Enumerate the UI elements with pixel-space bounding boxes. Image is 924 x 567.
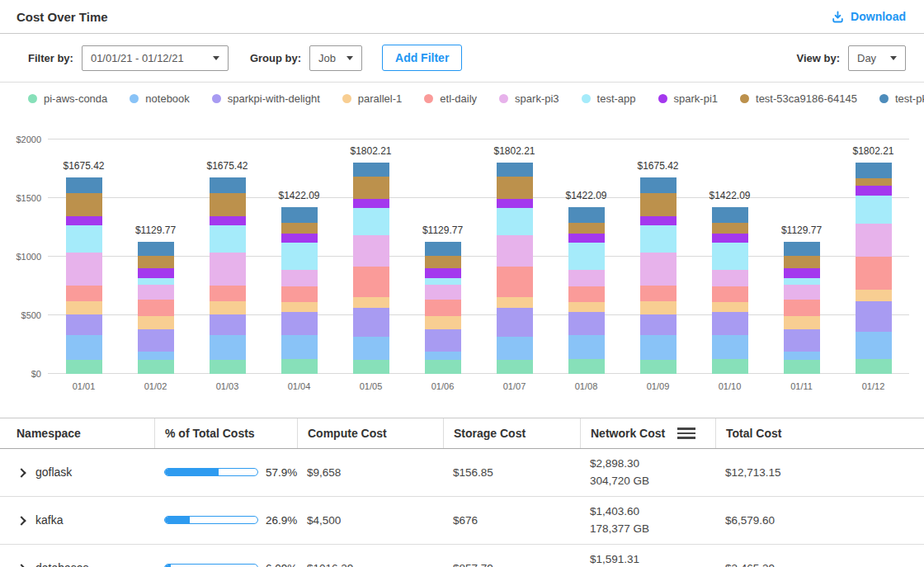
legend-color-dot <box>342 94 351 103</box>
storage-cost-cell: $857.79 <box>443 545 580 567</box>
bar-segment-test-app <box>210 225 246 253</box>
stacked-bar-01/08[interactable] <box>568 207 605 374</box>
bar-segment-test-app <box>138 278 174 285</box>
legend-item-test-pkix[interactable]: test-pkix <box>879 92 924 105</box>
stacked-bar-01/07[interactable] <box>497 163 533 374</box>
stacked-bar-01/12[interactable] <box>856 163 892 374</box>
bar-segment-spark-pi1 <box>640 216 676 225</box>
legend-item-etl-daily[interactable]: etl-daily <box>424 92 477 105</box>
filter-by-label: Filter by: <box>28 52 73 64</box>
bar-segment-test-pkix <box>353 163 389 177</box>
bar-column-01/06: $1129.77 <box>425 224 461 374</box>
bar-segment-notebook <box>856 332 892 359</box>
x-tick-label: 01/07 <box>497 381 533 391</box>
bar-column-01/07: $1802.21 <box>497 145 533 374</box>
view-by-dropdown[interactable]: Day <box>848 45 906 71</box>
download-icon <box>831 10 845 24</box>
network-gb-value: 178,377 GB <box>590 522 649 536</box>
table-row-databases[interactable]: databases6.09%$1016.29$857.79$1,591.3110… <box>0 545 924 567</box>
bar-segment-parallel-1 <box>138 316 174 329</box>
bar-segment-test-pkix <box>281 207 318 223</box>
column-header-label: Network Cost <box>591 427 665 440</box>
legend-item-test-app[interactable]: test-app <box>582 92 636 105</box>
bar-segment-etl-daily <box>568 286 605 302</box>
bar-segment-spark-pi3 <box>138 285 174 300</box>
stacked-bar-01/06[interactable] <box>425 242 461 374</box>
network-cost-cell: $1,403.60178,377 GB <box>580 497 715 544</box>
legend-item-notebook[interactable]: notebook <box>130 92 190 105</box>
chevron-right-icon[interactable] <box>16 468 26 477</box>
legend-item-spark-pi3[interactable]: spark-pi3 <box>499 92 559 105</box>
bar-total-label: $1675.42 <box>637 160 678 172</box>
stacked-bar-01/05[interactable] <box>353 163 389 374</box>
bar-segment-spark-pi3 <box>856 224 892 257</box>
bar-segment-spark-pi1 <box>353 199 389 208</box>
total-cost-cell: $3,465.39 <box>715 545 924 567</box>
bar-segment-test-53ca9186-64145 <box>856 178 892 187</box>
download-label: Download <box>851 10 906 23</box>
group-by-dropdown[interactable]: Job <box>309 45 362 71</box>
stacked-bar-01/03[interactable] <box>210 177 246 374</box>
download-button[interactable]: Download <box>831 10 906 24</box>
stacked-bar-01/01[interactable] <box>66 177 102 374</box>
y-tick-label: $2000 <box>16 135 41 144</box>
bar-segment-notebook <box>66 335 102 360</box>
x-tick-label: 01/12 <box>856 381 892 391</box>
chevron-right-icon[interactable] <box>16 564 26 567</box>
stacked-bar-01/10[interactable] <box>712 207 748 374</box>
column-header-network-cost: Network Cost <box>580 418 715 448</box>
bar-segment-test-app <box>497 208 533 235</box>
legend-item-parallel-1[interactable]: parallel-1 <box>342 92 402 105</box>
stacked-bar-01/11[interactable] <box>784 242 820 374</box>
bar-segment-notebook <box>425 352 461 360</box>
bar-segment-parallel-1 <box>640 301 676 315</box>
network-cost-value: $1,591.31 <box>590 552 639 567</box>
x-tick-label: 01/06 <box>425 381 461 391</box>
add-filter-button[interactable]: Add Filter <box>382 45 462 71</box>
bar-segment-sparkpi-with-delight <box>210 314 246 335</box>
bar-segment-spark-pi3 <box>568 270 605 286</box>
legend-item-spark-pi1[interactable]: spark-pi1 <box>658 92 718 105</box>
namespace-cell: goflask <box>0 449 154 496</box>
bar-segment-test-pkix <box>66 177 102 193</box>
bar-segment-etl-daily <box>425 300 461 316</box>
bar-segment-test-app <box>281 243 318 271</box>
pct-progress-fill <box>165 469 219 475</box>
legend-color-dot <box>582 94 591 103</box>
bar-segment-spark-pi3 <box>281 270 318 286</box>
date-range-dropdown[interactable]: 01/01/21 - 01/12/21 <box>82 45 229 71</box>
network-cost-cell: $1,591.31102,217 GB <box>580 545 715 567</box>
table-row-kafka[interactable]: kafka26.9%$4,500$676$1,403.60178,377 GB$… <box>0 497 924 545</box>
chevron-right-icon[interactable] <box>16 516 26 525</box>
bar-segment-pi-aws-conda <box>640 360 676 374</box>
group-by-label: Group by: <box>250 52 301 64</box>
table-header-row: Namespace% of Total CostsCompute CostSto… <box>0 418 924 449</box>
column-settings-icon[interactable] <box>676 426 697 441</box>
storage-cost-cell: $676 <box>443 497 580 544</box>
stacked-bar-01/04[interactable] <box>281 207 318 374</box>
stacked-bar-01/02[interactable] <box>138 242 174 374</box>
total-cost-cell: $12,713.15 <box>715 449 924 496</box>
x-tick-label: 01/09 <box>640 381 676 391</box>
bar-segment-notebook <box>784 352 820 360</box>
bar-segment-sparkpi-with-delight <box>281 312 318 335</box>
legend-item-test-53ca9186-64145[interactable]: test-53ca9186-64145 <box>740 92 857 105</box>
network-cost-value: $2,898.30 <box>590 456 639 471</box>
bar-segment-test-53ca9186-64145 <box>497 177 533 199</box>
bar-segment-test-app <box>66 225 102 253</box>
bar-total-label: $1129.77 <box>135 224 176 236</box>
bar-segment-sparkpi-with-delight <box>353 308 389 337</box>
bar-segment-sparkpi-with-delight <box>138 329 174 352</box>
bar-segment-notebook <box>497 337 533 360</box>
legend-item-pi-aws-conda[interactable]: pi-aws-conda <box>28 92 107 105</box>
column-header--of-total-costs: % of Total Costs <box>154 418 297 448</box>
table-row-goflask[interactable]: goflask57.9%$9,658$156.85$2,898.30304,72… <box>0 449 924 497</box>
legend-color-dot <box>879 94 889 103</box>
chevron-down-icon <box>890 56 897 60</box>
bar-segment-test-53ca9186-64145 <box>281 223 318 234</box>
network-cost-value: $1,403.60 <box>590 504 639 519</box>
bar-segment-spark-pi1 <box>497 199 533 208</box>
legend-item-sparkpi-with-delight[interactable]: sparkpi-with-delight <box>212 92 320 105</box>
stacked-bar-01/09[interactable] <box>640 177 676 374</box>
bar-segment-sparkpi-with-delight <box>568 312 605 335</box>
